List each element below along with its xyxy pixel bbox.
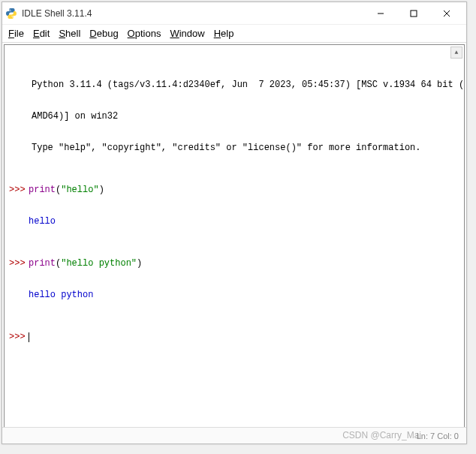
menu-edit[interactable]: Edit <box>33 28 50 39</box>
menubar: File Edit Shell Debug Options Window Hel… <box>2 25 466 43</box>
menu-shell[interactable]: Shell <box>59 28 80 39</box>
watermark: CSDN @Carry_Mai <box>342 430 421 440</box>
idle-window: IDLE Shell 3.11.4 File Edit Shell Debug … <box>2 2 467 444</box>
builtin-func: print <box>29 258 56 269</box>
stdout: hello <box>29 216 462 227</box>
menu-debug[interactable]: Debug <box>89 28 118 39</box>
string-literal: "hello python" <box>61 258 137 269</box>
prompt: >>> <box>6 258 29 269</box>
input-line: >>> print("hello python") <box>6 258 462 269</box>
text-cursor <box>29 332 29 342</box>
python-banner-line: AMD64)] on win32 <box>6 111 462 122</box>
python-banner-line: Python 3.11.4 (tags/v3.11.4:d2340ef, Jun… <box>6 80 462 90</box>
shell-terminal[interactable]: ▲ Python 3.11.4 (tags/v3.11.4:d2340ef, J… <box>4 44 465 428</box>
paren: ) <box>99 185 104 195</box>
menu-window[interactable]: Window <box>170 28 204 39</box>
window-title: IDLE Shell 3.11.4 <box>22 8 364 19</box>
cursor-position: Ln: 7 Col: 0 <box>417 431 459 440</box>
window-controls <box>364 3 463 24</box>
current-input-line[interactable]: >>> <box>6 332 462 342</box>
statusbar: CSDN @Carry_Mai Ln: 7 Col: 0 <box>2 427 466 443</box>
stdout: hello python <box>29 290 462 300</box>
builtin-func: print <box>29 185 56 195</box>
menu-file[interactable]: File <box>8 28 24 39</box>
output-line: hello python <box>6 290 462 300</box>
menu-help[interactable]: Help <box>214 28 234 39</box>
string-literal: "hello" <box>61 185 98 195</box>
scroll-up-icon[interactable]: ▲ <box>450 47 462 59</box>
minimize-button[interactable] <box>364 3 397 24</box>
output-line: hello <box>6 216 462 227</box>
menu-options[interactable]: Options <box>128 28 161 39</box>
prompt: >>> <box>6 332 29 342</box>
svg-rect-1 <box>411 11 417 17</box>
python-banner-line: Type "help", "copyright", "credits" or "… <box>6 143 462 153</box>
titlebar: IDLE Shell 3.11.4 <box>2 2 466 25</box>
close-button[interactable] <box>430 3 463 24</box>
python-icon <box>5 8 17 20</box>
input-line: >>> print("hello") <box>6 185 462 195</box>
paren: ) <box>137 258 142 269</box>
maximize-button[interactable] <box>397 3 430 24</box>
prompt: >>> <box>6 185 29 195</box>
